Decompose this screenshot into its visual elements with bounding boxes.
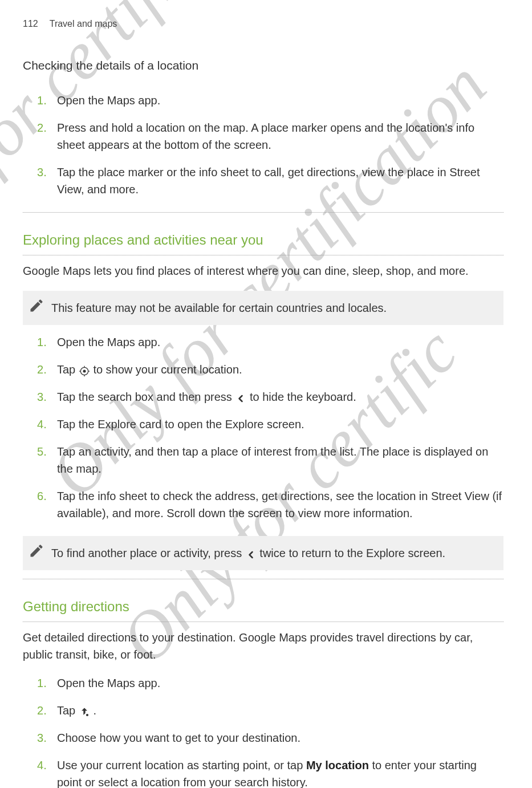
list-item: Choose how you want to get to your desti… bbox=[37, 729, 503, 746]
step-text: to hide the keyboard. bbox=[250, 391, 356, 403]
list-item: Use your current location as starting po… bbox=[37, 757, 503, 789]
page-number: 112 bbox=[23, 17, 38, 31]
list-item: Tap . bbox=[37, 702, 503, 719]
divider bbox=[23, 579, 503, 579]
step-text: . bbox=[93, 704, 96, 717]
steps-list-directions: Open the Maps app. Tap . Choose how you … bbox=[37, 675, 503, 789]
back-chevron-icon bbox=[235, 392, 246, 403]
steps-list-exploring: Open the Maps app. Tap to show your curr… bbox=[37, 334, 503, 522]
steps-list-checking-details: Open the Maps app. Press and hold a loca… bbox=[37, 92, 503, 198]
list-item: Tap the place marker or the info sheet t… bbox=[37, 164, 503, 198]
directions-split-icon bbox=[79, 705, 90, 717]
list-item: Tap the info sheet to check the address,… bbox=[37, 488, 503, 522]
svg-point-6 bbox=[86, 714, 88, 716]
divider bbox=[23, 212, 503, 213]
subsection-title-exploring: Exploring places and activities near you bbox=[23, 230, 503, 250]
note-text: This feature may not be available for ce… bbox=[51, 302, 387, 314]
step-text: Tap bbox=[57, 704, 79, 717]
list-item: Press and hold a location on the map. A … bbox=[37, 119, 503, 153]
location-target-icon bbox=[79, 364, 90, 376]
divider bbox=[23, 622, 503, 622]
step-text: to show your current location. bbox=[93, 363, 242, 376]
list-item: Tap the Explore card to open the Explore… bbox=[37, 416, 503, 433]
subsection-title-directions: Getting directions bbox=[23, 596, 503, 617]
header-section-title: Travel and maps bbox=[50, 17, 117, 31]
note-text: twice to return to the Explore screen. bbox=[259, 547, 445, 559]
note-box: This feature may not be available for ce… bbox=[23, 291, 503, 325]
list-item: Tap the search box and then press to hid… bbox=[37, 388, 503, 405]
divider bbox=[23, 255, 503, 255]
step-text: Tap bbox=[57, 363, 79, 376]
pencil-icon bbox=[29, 543, 44, 559]
section-title-checking-details: Checking the details of a location bbox=[23, 56, 503, 75]
pencil-icon bbox=[29, 298, 44, 314]
list-item: Open the Maps app. bbox=[37, 334, 503, 351]
bold-label-my-location: My location bbox=[306, 759, 369, 771]
step-text: Tap the search box and then press bbox=[57, 391, 235, 403]
list-item: Tap to show your current location. bbox=[37, 361, 503, 378]
list-item: Tap an activity, and then tap a place of… bbox=[37, 443, 503, 477]
note-box: To find another place or activity, press… bbox=[23, 536, 503, 570]
intro-text: Get detailed directions to your destinat… bbox=[23, 629, 503, 663]
svg-point-1 bbox=[83, 370, 86, 373]
note-text: To find another place or activity, press bbox=[51, 547, 245, 559]
list-item: Open the Maps app. bbox=[37, 92, 503, 109]
back-chevron-icon bbox=[245, 548, 257, 559]
list-item: Open the Maps app. bbox=[37, 675, 503, 692]
page-header: 112 Travel and maps bbox=[23, 17, 503, 31]
intro-text: Google Maps lets you find places of inte… bbox=[23, 262, 503, 279]
step-text: Use your current location as starting po… bbox=[57, 759, 306, 771]
